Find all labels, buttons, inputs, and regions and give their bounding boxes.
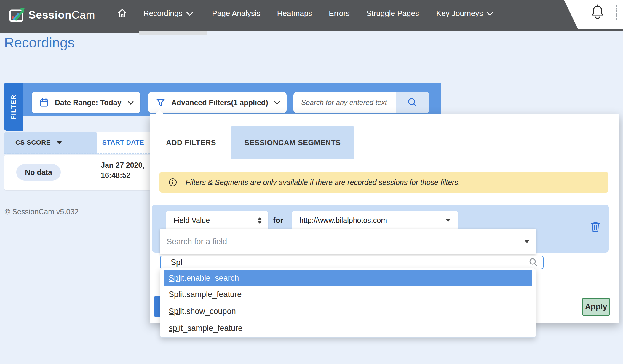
search-icon (407, 97, 418, 108)
funnel-icon (156, 98, 165, 107)
sessioncam-link[interactable]: SessionCam (12, 207, 54, 216)
delete-filter-button[interactable] (590, 221, 601, 233)
start-date-cell: Jan 27 2020, 16:48:52 (101, 160, 144, 180)
option-split-sample-feature-2[interactable]: split_sample_feature (160, 320, 536, 337)
info-alert: Filters & Segments are only available if… (159, 172, 608, 193)
version-footer: © SessionCam v5.032 (5, 207, 79, 216)
search-button[interactable] (396, 92, 429, 113)
tab-sessioncam-segments[interactable]: SESSIONCAM SEGMENTS (231, 126, 354, 159)
chevron-down-icon (274, 99, 280, 105)
select-arrow-icon (446, 219, 451, 222)
tab-add-filters[interactable]: ADD FILTERS (166, 126, 216, 159)
field-options-list: Split.enable_search Split.sample_feature… (160, 268, 536, 338)
apply-button[interactable]: Apply (582, 298, 610, 316)
option-split-enable-search[interactable]: Split.enable_search (164, 270, 532, 286)
for-label: for (273, 211, 283, 230)
field-filter-search (160, 256, 544, 269)
nav-item-page-analysis[interactable]: Page Analysis (212, 9, 261, 18)
advanced-filters-panel: ADD FILTERS SESSIONCAM SEGMENTS Filters … (150, 114, 619, 323)
calendar-icon (39, 98, 49, 107)
nav-item-errors[interactable]: Errors (329, 9, 350, 18)
nav-item-key-journeys[interactable]: Key Journeys (436, 9, 493, 18)
column-header-start-date: START DATE (97, 132, 150, 154)
nav-menu: Recordings Page Analysis Heatmaps Errors… (117, 0, 492, 27)
field-type-select[interactable]: Field Value (166, 211, 268, 230)
more-options-icon[interactable] (616, 5, 617, 20)
column-header-cs-score[interactable]: CS SCORE (4, 132, 97, 154)
field-search-input[interactable] (160, 256, 544, 269)
nav-item-struggle-pages[interactable]: Struggle Pages (366, 9, 419, 18)
cs-score-badge: No data (16, 164, 61, 181)
home-icon[interactable] (117, 8, 127, 18)
session-search (293, 92, 429, 113)
chevron-down-icon (487, 9, 493, 16)
sort-desc-icon (57, 141, 62, 144)
select-arrow-icon (525, 240, 529, 243)
alert-text: Filters & Segments are only available if… (186, 178, 460, 187)
info-icon (168, 178, 177, 187)
app-root: SessionCam Recordings Page Analysis Heat… (0, 0, 623, 364)
nav-item-recordings[interactable]: Recordings (143, 9, 192, 18)
table-header-divider (4, 153, 150, 154)
notifications-bell-icon[interactable] (591, 4, 604, 20)
search-input[interactable] (293, 92, 396, 113)
sessioncam-logo-icon (9, 7, 25, 23)
navbar-corner-panel (549, 0, 623, 29)
filter-tab[interactable]: FILTER (4, 83, 23, 131)
page-title: Recordings (4, 34, 75, 51)
search-icon (529, 258, 538, 267)
table-row[interactable]: No data Jan 27 2020, 16:48:52 (4, 155, 150, 190)
option-split-show-coupon[interactable]: Split.show_coupon (160, 303, 536, 320)
option-split-sample-feature[interactable]: Split.sample_feature (160, 286, 536, 303)
select-spinner-icon (258, 217, 262, 224)
combobox-placeholder: Search for a field (167, 237, 227, 246)
nav-active-tab-indicator (139, 31, 207, 35)
nav-item-heatmaps[interactable]: Heatmaps (277, 9, 312, 18)
trash-icon (590, 221, 601, 233)
top-navbar: SessionCam Recordings Page Analysis Heat… (0, 0, 623, 31)
chevron-down-icon (186, 9, 193, 16)
brand-name: SessionCam (28, 9, 95, 21)
brand-logo[interactable]: SessionCam (9, 7, 95, 23)
date-range-button[interactable]: Date Range: Today (32, 92, 140, 113)
site-select[interactable]: http://www.bilalphotos.com (292, 211, 458, 230)
nav-active-extension (0, 31, 139, 33)
field-search-combobox[interactable]: Search for a field (160, 229, 536, 254)
chevron-down-icon (128, 99, 134, 105)
advanced-filters-button[interactable]: Advanced Filters(1 applied) (148, 92, 287, 113)
